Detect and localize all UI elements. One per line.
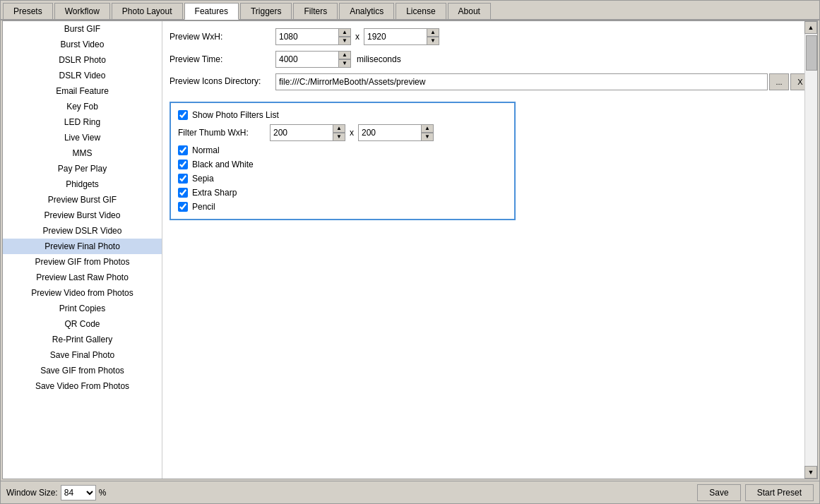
sidebar-item-key-fob[interactable]: Key Fob bbox=[3, 99, 162, 114]
sidebar-item-preview-video-from-photos[interactable]: Preview Video from Photos bbox=[3, 285, 162, 301]
sidebar-item-preview-final-photo[interactable]: Preview Final Photo bbox=[3, 239, 162, 254]
show-photo-filters-text: Show Photo Filters List bbox=[192, 110, 279, 120]
preview-time-down-btn[interactable]: ▼ bbox=[338, 59, 351, 68]
show-photo-filters-label[interactable]: Show Photo Filters List bbox=[178, 110, 279, 120]
show-photo-filters-checkbox[interactable] bbox=[178, 110, 188, 120]
sidebar-item-led-ring[interactable]: LED Ring bbox=[3, 114, 162, 130]
preview-time-spinners: ▲ ▼ bbox=[338, 51, 351, 68]
sidebar-item-mms[interactable]: MMS bbox=[3, 145, 162, 161]
filter-thumb-w-spinner-group: ▲ ▼ bbox=[270, 124, 345, 141]
filter-extra-sharp-text: Extra Sharp bbox=[192, 188, 237, 198]
sidebar-item-burst-gif[interactable]: Burst GIF bbox=[3, 21, 162, 37]
right-panel: Preview WxH: ▲ ▼ x ▲ ▼ bbox=[162, 21, 817, 479]
sidebar-item-qr-code[interactable]: QR Code bbox=[3, 316, 162, 332]
filter-bw-label[interactable]: Black and White bbox=[178, 160, 254, 169]
filter-extra-sharp-row: Extra Sharp bbox=[178, 188, 507, 198]
tab-bar: Presets Workflow Photo Layout Features T… bbox=[1, 1, 819, 20]
sidebar-item-save-video-from-photos[interactable]: Save Video From Photos bbox=[3, 378, 162, 394]
preview-h-down-btn[interactable]: ▼ bbox=[427, 37, 439, 45]
filter-thumb-h-spinner-group: ▲ ▼ bbox=[358, 124, 434, 141]
tab-analytics[interactable]: Analytics bbox=[339, 3, 394, 19]
preview-icons-dir-label: Preview Icons Directory: bbox=[170, 76, 275, 88]
preview-time-up-btn[interactable]: ▲ bbox=[338, 51, 351, 59]
filter-thumb-h-spinners: ▲ ▼ bbox=[421, 124, 434, 141]
sidebar-item-preview-burst-gif[interactable]: Preview Burst GIF bbox=[3, 192, 162, 208]
right-scrollbar[interactable]: ▲ ▼ bbox=[804, 21, 817, 479]
tab-about[interactable]: About bbox=[448, 3, 491, 19]
filter-normal-label[interactable]: Normal bbox=[178, 145, 220, 155]
filter-thumb-h-input[interactable] bbox=[358, 124, 422, 141]
preview-h-spinner-group: ▲ ▼ bbox=[364, 28, 439, 45]
filter-thumb-w-up-btn[interactable]: ▲ bbox=[333, 124, 345, 133]
filter-extra-sharp-label[interactable]: Extra Sharp bbox=[178, 188, 237, 198]
save-button[interactable]: Save bbox=[697, 484, 740, 501]
tab-triggers[interactable]: Triggers bbox=[240, 3, 292, 19]
filter-section: Show Photo Filters List Filter Thumb WxH… bbox=[170, 102, 516, 220]
filter-thumb-w-input[interactable] bbox=[270, 124, 333, 141]
filter-normal-row: Normal bbox=[178, 145, 507, 155]
preview-w-input[interactable] bbox=[275, 28, 339, 45]
sidebar-item-preview-dslr-video[interactable]: Preview DSLR Video bbox=[3, 223, 162, 239]
preview-w-down-btn[interactable]: ▼ bbox=[338, 37, 351, 45]
filter-bw-checkbox[interactable] bbox=[178, 160, 188, 169]
sidebar-item-preview-last-raw-photo[interactable]: Preview Last Raw Photo bbox=[3, 270, 162, 285]
sidebar: Burst GIF Burst Video DSLR Photo DSLR Vi… bbox=[3, 21, 162, 479]
window-size-label: Window Size: bbox=[6, 488, 58, 498]
filter-pencil-label[interactable]: Pencil bbox=[178, 202, 215, 212]
sidebar-item-dslr-video[interactable]: DSLR Video bbox=[3, 68, 162, 83]
filter-thumb-h-up-btn[interactable]: ▲ bbox=[421, 124, 434, 133]
filter-sepia-label[interactable]: Sepia bbox=[178, 174, 214, 184]
filter-thumb-wxh-row: Filter Thumb WxH: ▲ ▼ x ▲ ▼ bbox=[178, 124, 507, 141]
scroll-thumb[interactable] bbox=[806, 35, 817, 71]
filter-pencil-checkbox[interactable] bbox=[178, 202, 188, 212]
filter-thumb-wxh-label: Filter Thumb WxH: bbox=[178, 128, 270, 138]
wxh-separator-2: x bbox=[350, 128, 354, 138]
preview-h-input[interactable] bbox=[364, 28, 427, 45]
filter-sepia-text: Sepia bbox=[192, 174, 214, 184]
sidebar-item-save-final-photo[interactable]: Save Final Photo bbox=[3, 347, 162, 363]
sidebar-item-save-gif-from-photos[interactable]: Save GIF from Photos bbox=[3, 363, 162, 378]
filter-thumb-w-down-btn[interactable]: ▼ bbox=[333, 133, 345, 141]
preview-w-up-btn[interactable]: ▲ bbox=[338, 28, 351, 37]
tab-workflow[interactable]: Workflow bbox=[54, 3, 110, 19]
preview-h-up-btn[interactable]: ▲ bbox=[427, 28, 439, 37]
percent-label: % bbox=[99, 488, 107, 498]
app-container: Presets Workflow Photo Layout Features T… bbox=[0, 0, 820, 504]
start-preset-button[interactable]: Start Preset bbox=[745, 484, 814, 501]
filter-normal-text: Normal bbox=[192, 145, 220, 155]
bottom-bar: Window Size: 84 % Save Start Preset bbox=[1, 481, 819, 503]
sidebar-item-preview-burst-video[interactable]: Preview Burst Video bbox=[3, 208, 162, 223]
preview-time-spinner-group: ▲ ▼ bbox=[275, 51, 351, 68]
sidebar-item-dslr-photo[interactable]: DSLR Photo bbox=[3, 52, 162, 68]
preview-icons-dir-input[interactable] bbox=[275, 73, 768, 90]
browse-button[interactable]: ... bbox=[769, 73, 789, 90]
filter-thumb-w-spinners: ▲ ▼ bbox=[333, 124, 345, 141]
tab-features[interactable]: Features bbox=[184, 3, 239, 20]
filter-normal-checkbox[interactable] bbox=[178, 145, 188, 155]
sidebar-item-email-feature[interactable]: Email Feature bbox=[3, 83, 162, 99]
sidebar-item-live-view[interactable]: Live View bbox=[3, 130, 162, 145]
sidebar-item-burst-video[interactable]: Burst Video bbox=[3, 37, 162, 52]
preview-wxh-label: Preview WxH: bbox=[170, 32, 275, 42]
scroll-down-btn[interactable]: ▼ bbox=[804, 466, 817, 479]
sidebar-item-phidgets[interactable]: Phidgets bbox=[3, 176, 162, 192]
filter-thumb-h-down-btn[interactable]: ▼ bbox=[421, 133, 434, 141]
filter-extra-sharp-checkbox[interactable] bbox=[178, 188, 188, 198]
filter-sepia-checkbox[interactable] bbox=[178, 174, 188, 184]
filter-bw-row: Black and White bbox=[178, 160, 507, 169]
filter-pencil-text: Pencil bbox=[192, 202, 215, 212]
sidebar-item-pay-per-play[interactable]: Pay Per Play bbox=[3, 161, 162, 176]
scroll-up-btn[interactable]: ▲ bbox=[804, 21, 817, 34]
preview-time-input[interactable] bbox=[275, 51, 339, 68]
preview-time-unit: miliseconds bbox=[357, 54, 401, 64]
sidebar-item-print-copies[interactable]: Print Copies bbox=[3, 301, 162, 316]
filter-sepia-row: Sepia bbox=[178, 174, 507, 184]
sidebar-item-preview-gif-from-photos[interactable]: Preview GIF from Photos bbox=[3, 254, 162, 270]
tab-photo-layout[interactable]: Photo Layout bbox=[112, 3, 183, 19]
tab-filters[interactable]: Filters bbox=[293, 3, 338, 19]
sidebar-item-re-print-gallery[interactable]: Re-Print Gallery bbox=[3, 332, 162, 347]
tab-license[interactable]: License bbox=[396, 3, 446, 19]
tab-presets[interactable]: Presets bbox=[3, 3, 53, 19]
window-size-select[interactable]: 84 bbox=[61, 485, 96, 500]
preview-h-spinners: ▲ ▼ bbox=[427, 28, 439, 45]
